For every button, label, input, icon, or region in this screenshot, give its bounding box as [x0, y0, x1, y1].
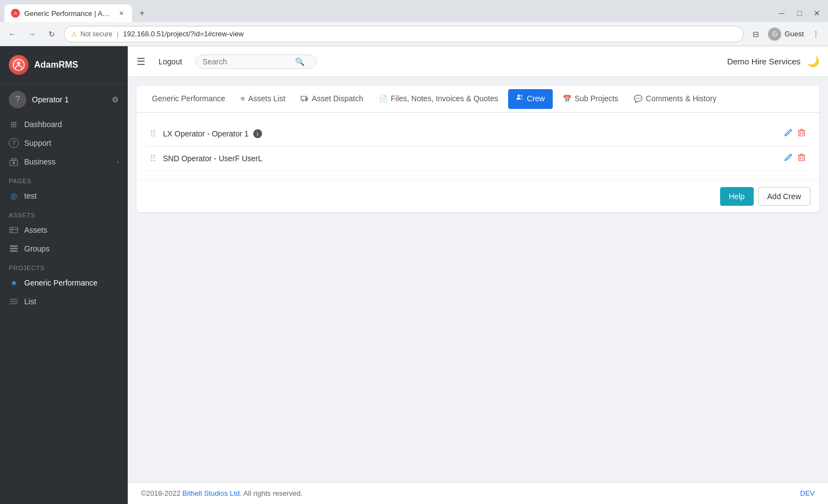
sidebar-item-business[interactable]: Business ‹: [0, 152, 128, 171]
main-card: Generic Performance ≡ Assets List Asset …: [137, 86, 819, 212]
business-icon: [9, 157, 19, 167]
sidebar-item-groups[interactable]: Groups: [0, 239, 128, 258]
footer-company-link[interactable]: Bithell Studios Ltd.: [182, 489, 242, 497]
tab-comments-history[interactable]: 💬 Comments & History: [627, 86, 723, 112]
sidebar-item-list[interactable]: List: [0, 292, 128, 311]
tab-generic-performance[interactable]: Generic Performance: [145, 86, 232, 112]
search-box[interactable]: 🔍: [195, 54, 317, 69]
sidebar-user-row: ? Operator 1 ⚙: [0, 84, 128, 115]
add-crew-button[interactable]: Add Crew: [758, 187, 810, 206]
files-icon: 📄: [379, 95, 388, 103]
app-name: AdamRMS: [34, 60, 78, 70]
forward-button[interactable]: →: [24, 26, 40, 42]
sidebar-generic-performance-label: Generic Performance: [24, 278, 97, 287]
drag-handle-2[interactable]: ⠿: [150, 154, 156, 164]
settings-icon[interactable]: ⚙: [112, 95, 119, 104]
menu-button[interactable]: ⋮: [808, 26, 824, 42]
address-bar[interactable]: ⚠ Not secure | 192.168.0.51/project/?id=…: [64, 26, 744, 42]
edit-button-1[interactable]: [784, 128, 793, 139]
sidebar-logo: AdamRMS: [0, 46, 128, 84]
new-tab-button[interactable]: +: [134, 6, 150, 21]
active-browser-tab[interactable]: A Generic Performance | AdamRMS ✕: [4, 4, 132, 22]
profile-name: Guest: [785, 30, 804, 38]
logo-icon: [9, 55, 29, 75]
sidebar-item-assets[interactable]: Assets: [0, 221, 128, 239]
main-content: ☰ Logout 🔍 Demo Hire Services 🌙 G: [128, 46, 828, 504]
tab-sub-projects[interactable]: 📅 Sub Projects: [556, 86, 625, 112]
window-controls: ─ □ ✕: [775, 7, 824, 20]
sidebar: AdamRMS ? Operator 1 ⚙ ⊞ Dashboard ? Sup…: [0, 46, 128, 504]
page-footer: ©2018-2022 Bithell Studios Ltd. All righ…: [128, 482, 828, 504]
search-icon[interactable]: 🔍: [295, 57, 304, 66]
svg-rect-19: [799, 131, 804, 136]
sidebar-groups-label: Groups: [24, 244, 50, 253]
sidebar-item-support[interactable]: ? Support: [0, 134, 128, 152]
svg-point-16: [306, 100, 307, 101]
bookmarks-button[interactable]: ⊟: [748, 26, 764, 42]
tab-assets-list-label: Assets List: [248, 94, 286, 103]
edit-button-2[interactable]: [784, 153, 793, 164]
search-input[interactable]: [203, 57, 291, 66]
hamburger-icon[interactable]: ☰: [137, 56, 145, 68]
app-wrapper: AdamRMS ? Operator 1 ⚙ ⊞ Dashboard ? Sup…: [0, 46, 828, 504]
test-icon: ◎: [9, 191, 19, 201]
tab-files-notes-label: Files, Notes, Invoices & Quotes: [391, 94, 498, 103]
sidebar-dashboard-label: Dashboard: [24, 120, 62, 129]
tab-crew[interactable]: Crew: [508, 89, 553, 109]
sidebar-item-test[interactable]: ◎ test: [0, 187, 128, 205]
support-icon: ?: [9, 138, 19, 148]
svg-rect-9: [10, 248, 18, 250]
drag-handle-1[interactable]: ⠿: [150, 129, 156, 139]
assets-icon: [9, 225, 19, 235]
tab-asset-dispatch-label: Asset Dispatch: [312, 94, 363, 103]
sidebar-item-generic-performance[interactable]: ★ Generic Performance: [0, 273, 128, 292]
svg-rect-10: [10, 250, 18, 252]
sidebar-item-dashboard[interactable]: ⊞ Dashboard: [0, 115, 128, 134]
help-button[interactable]: Help: [720, 187, 754, 206]
footer-text: ©2018-2022 Bithell Studios Ltd. All righ…: [141, 489, 303, 497]
user-avatar: ?: [9, 91, 26, 108]
crew-section: ⠿ LX Operator - Operator 1 i: [137, 113, 819, 180]
profile-icon: G: [768, 28, 781, 41]
info-icon-1[interactable]: i: [253, 129, 262, 138]
svg-point-15: [302, 100, 303, 101]
delete-button-1[interactable]: [797, 128, 806, 139]
browser-tab-bar: A Generic Performance | AdamRMS ✕ + ─ □ …: [0, 0, 828, 22]
close-window-button[interactable]: ✕: [810, 7, 824, 20]
tab-assets-list[interactable]: ≡ Assets List: [234, 86, 292, 112]
minimize-button[interactable]: ─: [775, 7, 788, 20]
svg-point-17: [518, 95, 520, 97]
svg-point-1: [17, 62, 20, 65]
delete-button-2[interactable]: [797, 153, 806, 164]
list-icon: [9, 297, 19, 306]
tabs-bar: Generic Performance ≡ Assets List Asset …: [137, 86, 819, 113]
sidebar-test-label: test: [24, 191, 37, 200]
not-secure-label: Not secure: [80, 30, 112, 38]
restore-button[interactable]: □: [793, 7, 806, 20]
dark-mode-icon[interactable]: 🌙: [807, 56, 819, 68]
profile-area[interactable]: G Guest: [768, 28, 804, 41]
dev-badge: DEV: [800, 489, 815, 497]
back-button[interactable]: ←: [4, 26, 20, 42]
pages-section-label: PAGES: [0, 171, 128, 187]
tab-generic-performance-label: Generic Performance: [152, 94, 225, 103]
refresh-button[interactable]: ↻: [44, 26, 59, 42]
tab-comments-history-label: Comments & History: [646, 94, 716, 103]
sidebar-business-label: Business: [24, 157, 56, 166]
tab-title: Generic Performance | AdamRMS: [24, 9, 112, 18]
svg-rect-5: [10, 227, 18, 233]
tab-files-notes[interactable]: 📄 Files, Notes, Invoices & Quotes: [372, 86, 505, 112]
sidebar-list-label: List: [24, 297, 36, 306]
crew-actions-1: [784, 128, 806, 139]
logout-button[interactable]: Logout: [154, 55, 187, 68]
dashboard-icon: ⊞: [9, 119, 19, 129]
crew-member-name-1: LX Operator - Operator 1 i: [163, 129, 784, 138]
company-name: Demo Hire Services: [727, 57, 800, 66]
close-tab-button[interactable]: ✕: [117, 9, 126, 18]
groups-icon: [9, 244, 19, 254]
collapse-icon: ‹: [117, 158, 119, 166]
assets-list-icon: ≡: [241, 95, 245, 103]
tab-asset-dispatch[interactable]: Asset Dispatch: [294, 86, 369, 113]
crew-icon: [516, 94, 524, 103]
svg-rect-4: [13, 162, 15, 164]
